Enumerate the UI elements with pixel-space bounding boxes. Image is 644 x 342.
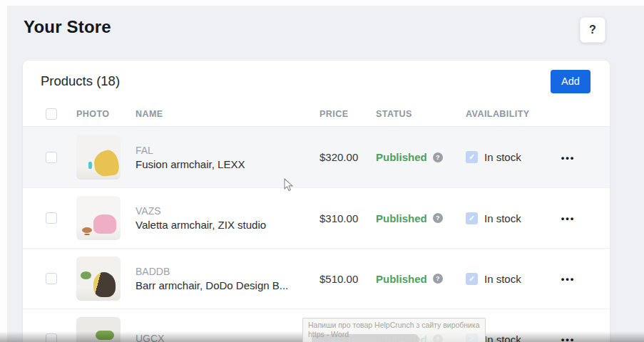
row-actions-menu-icon[interactable]: ••• <box>561 274 576 284</box>
product-price: $310.00 <box>320 212 376 224</box>
product-sku: BADDB <box>136 266 320 277</box>
product-name: Valetta armchair, ZIX studio <box>136 219 320 231</box>
row-actions-menu-icon[interactable]: ••• <box>561 152 576 163</box>
product-name: Barr armchair, DoDo Design B... <box>136 279 320 291</box>
status-badge: Published <box>376 212 427 224</box>
question-mark-icon: ? <box>589 24 596 36</box>
availability-label: In stock <box>484 151 521 163</box>
page-title: Your Store <box>24 17 111 37</box>
in-stock-checkbox[interactable]: ✓ <box>466 212 478 224</box>
product-price: $320.00 <box>320 151 376 163</box>
video-edge-left <box>0 0 7 342</box>
table-row[interactable]: VAZS Valetta armchair, ZIX studio $310.0… <box>23 187 610 248</box>
tooltip-line-2: https - Word <box>308 330 480 339</box>
column-header-status: STATUS <box>376 109 466 119</box>
status-help-icon[interactable]: ? <box>433 274 443 284</box>
table-row[interactable]: FAL Fusion armchair, LEXX $320.00 Publis… <box>23 127 610 187</box>
product-sku: VAZS <box>136 205 320 217</box>
select-all-checkbox[interactable] <box>46 108 57 120</box>
product-photo <box>76 196 121 240</box>
product-name: Fusion armchair, LEXX <box>136 158 320 170</box>
card-header: Products (18) Add <box>23 61 610 102</box>
table-header-row: PHOTO NAME PRICE STATUS AVAILABILITY <box>23 102 610 127</box>
product-sku: FAL <box>136 145 320 156</box>
row-actions-menu-icon[interactable]: ••• <box>561 334 576 342</box>
column-header-price: PRICE <box>320 109 376 119</box>
product-photo <box>76 256 121 301</box>
products-card: Products (18) Add PHOTO NAME PRICE STATU… <box>23 61 610 342</box>
table-row[interactable]: BADDB Barr armchair, DoDo Design B... $5… <box>23 248 610 309</box>
product-price: $510.00 <box>320 273 376 285</box>
tooltip-line-1: Напиши про товар HelpCrunch з сайту виро… <box>308 321 480 330</box>
table-body: FAL Fusion armchair, LEXX $320.00 Publis… <box>23 127 610 342</box>
video-edge-top <box>0 0 644 6</box>
product-photo <box>76 317 121 342</box>
row-checkbox[interactable] <box>46 333 57 342</box>
status-badge: Published <box>376 273 427 285</box>
row-checkbox[interactable] <box>46 273 57 284</box>
availability-label: In stock <box>484 333 521 342</box>
help-button[interactable]: ? <box>580 17 605 43</box>
row-actions-menu-icon[interactable]: ••• <box>561 213 576 224</box>
in-stock-checkbox[interactable]: ✓ <box>466 151 478 163</box>
column-header-availability: AVAILABILITY <box>466 109 544 119</box>
row-checkbox[interactable] <box>46 152 57 163</box>
row-checkbox[interactable] <box>46 212 57 224</box>
column-header-name: NAME <box>136 109 320 119</box>
availability-label: In stock <box>484 273 521 285</box>
product-photo <box>76 135 121 180</box>
add-product-button[interactable]: Add <box>551 70 591 93</box>
availability-label: In stock <box>484 212 521 224</box>
word-taskbar-tooltip: Напиши про товар HelpCrunch з сайту виро… <box>302 318 486 342</box>
status-help-icon[interactable]: ? <box>433 152 443 162</box>
products-count-title: Products (18) <box>41 73 120 89</box>
in-stock-checkbox[interactable]: ✓ <box>466 273 478 285</box>
column-header-photo: PHOTO <box>76 109 136 119</box>
product-sku: UGCX <box>136 333 320 342</box>
status-help-icon[interactable]: ? <box>433 213 443 223</box>
status-badge: Published <box>376 151 427 163</box>
